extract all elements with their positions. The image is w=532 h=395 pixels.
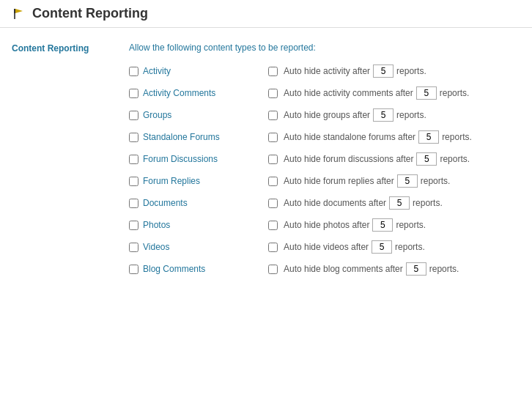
suffix-groups: reports. <box>396 110 426 120</box>
auto-hide-count-blog-comments[interactable] <box>406 262 426 276</box>
auto-hide-count-activity[interactable] <box>373 64 394 78</box>
content-type-row: Documents Auto hide documents after repo… <box>129 196 520 210</box>
label-blog-comments[interactable]: Blog Comments <box>143 264 205 274</box>
checkbox-documents[interactable] <box>129 199 138 208</box>
svg-marker-1 <box>15 9 23 13</box>
right-col-videos: Auto hide videos after reports. <box>268 240 425 254</box>
auto-hide-checkbox-blog-comments[interactable] <box>268 265 278 274</box>
content-type-row: Forum Replies Auto hide forum replies af… <box>129 174 520 188</box>
auto-hide-checkbox-groups[interactable] <box>268 111 278 120</box>
auto-hide-count-documents[interactable] <box>389 196 410 210</box>
auto-hide-count-photos[interactable] <box>372 218 393 232</box>
content-type-row: Photos Auto hide photos after reports. <box>129 218 520 232</box>
suffix-standalone-forums: reports. <box>442 132 472 142</box>
content-type-row: Forum Discussions Auto hide forum discus… <box>129 152 520 166</box>
auto-hide-label-activity-comments: Auto hide activity comments after <box>284 88 413 98</box>
left-col-activity-comments: Activity Comments <box>129 88 268 98</box>
checkbox-groups[interactable] <box>129 111 138 120</box>
auto-hide-count-groups[interactable] <box>373 108 394 122</box>
auto-hide-count-standalone-forums[interactable] <box>418 130 439 144</box>
left-col-forum-discussions: Forum Discussions <box>129 154 268 164</box>
label-forum-replies[interactable]: Forum Replies <box>143 176 200 186</box>
section-description: Allow the following content types to be … <box>129 43 520 53</box>
sidebar-label: Content Reporting <box>12 43 89 53</box>
flag-icon <box>12 7 25 21</box>
auto-hide-label-forum-replies: Auto hide forum replies after <box>284 176 394 186</box>
auto-hide-count-forum-replies[interactable] <box>397 174 418 188</box>
checkbox-standalone-forums[interactable] <box>129 133 138 142</box>
auto-hide-count-videos[interactable] <box>372 240 392 254</box>
label-forum-discussions[interactable]: Forum Discussions <box>143 154 218 164</box>
right-col-documents: Auto hide documents after reports. <box>268 196 443 210</box>
suffix-activity: reports. <box>396 66 426 76</box>
auto-hide-count-forum-discussions[interactable] <box>416 152 437 166</box>
auto-hide-label-standalone-forums: Auto hide standalone forums after <box>284 132 415 142</box>
checkbox-activity-comments[interactable] <box>129 89 138 98</box>
auto-hide-label-groups: Auto hide groups after <box>284 110 370 120</box>
suffix-photos: reports. <box>396 220 426 230</box>
auto-hide-label-photos: Auto hide photos after <box>284 220 369 230</box>
suffix-documents: reports. <box>413 198 443 208</box>
left-col-standalone-forums: Standalone Forums <box>129 132 268 142</box>
auto-hide-label-documents: Auto hide documents after <box>284 198 386 208</box>
auto-hide-label-videos: Auto hide videos after <box>284 242 369 252</box>
auto-hide-checkbox-activity-comments[interactable] <box>268 89 278 98</box>
auto-hide-checkbox-photos[interactable] <box>268 221 278 230</box>
label-documents[interactable]: Documents <box>143 198 188 208</box>
content-types-list: Activity Auto hide activity after report… <box>129 64 520 276</box>
label-groups[interactable]: Groups <box>143 110 171 120</box>
svg-marker-2 <box>14 9 15 13</box>
content-type-row: Videos Auto hide videos after reports. <box>129 240 520 254</box>
checkbox-photos[interactable] <box>129 221 138 230</box>
left-col-documents: Documents <box>129 198 268 208</box>
auto-hide-label-forum-discussions: Auto hide forum discussions after <box>284 154 413 164</box>
suffix-videos: reports. <box>395 242 425 252</box>
content-type-row: Activity Comments Auto hide activity com… <box>129 86 520 100</box>
label-photos[interactable]: Photos <box>143 220 170 230</box>
checkbox-blog-comments[interactable] <box>129 265 138 274</box>
right-col-groups: Auto hide groups after reports. <box>268 108 426 122</box>
content-type-row: Activity Auto hide activity after report… <box>129 64 520 78</box>
checkbox-activity[interactable] <box>129 67 138 76</box>
suffix-forum-discussions: reports. <box>440 154 470 164</box>
right-col-photos: Auto hide photos after reports. <box>268 218 426 232</box>
sidebar: Content Reporting <box>12 43 114 284</box>
auto-hide-checkbox-forum-replies[interactable] <box>268 177 278 186</box>
right-col-activity-comments: Auto hide activity comments after report… <box>268 86 469 100</box>
page-header: Content Reporting <box>0 0 532 28</box>
content-type-row: Groups Auto hide groups after reports. <box>129 108 520 122</box>
right-col-standalone-forums: Auto hide standalone forums after report… <box>268 130 472 144</box>
label-activity[interactable]: Activity <box>143 66 171 76</box>
content-type-row: Blog Comments Auto hide blog comments af… <box>129 262 520 276</box>
auto-hide-label-activity: Auto hide activity after <box>284 66 370 76</box>
right-col-blog-comments: Auto hide blog comments after reports. <box>268 262 459 276</box>
suffix-forum-replies: reports. <box>421 176 451 186</box>
main-content: Content Reporting Allow the following co… <box>0 28 532 299</box>
auto-hide-checkbox-videos[interactable] <box>268 243 278 252</box>
left-col-photos: Photos <box>129 220 268 230</box>
checkbox-forum-discussions[interactable] <box>129 155 138 164</box>
auto-hide-checkbox-forum-discussions[interactable] <box>268 155 278 164</box>
page-title: Content Reporting <box>32 6 148 21</box>
auto-hide-checkbox-activity[interactable] <box>268 67 278 76</box>
checkbox-videos[interactable] <box>129 243 138 252</box>
label-activity-comments[interactable]: Activity Comments <box>143 88 215 98</box>
label-standalone-forums[interactable]: Standalone Forums <box>143 132 220 142</box>
label-videos[interactable]: Videos <box>143 242 169 252</box>
right-col-forum-discussions: Auto hide forum discussions after report… <box>268 152 470 166</box>
left-col-groups: Groups <box>129 110 268 120</box>
suffix-blog-comments: reports. <box>429 264 459 274</box>
right-col-forum-replies: Auto hide forum replies after reports. <box>268 174 450 188</box>
left-col-blog-comments: Blog Comments <box>129 264 268 274</box>
left-col-videos: Videos <box>129 242 268 252</box>
right-col-activity: Auto hide activity after reports. <box>268 64 426 78</box>
suffix-activity-comments: reports. <box>440 88 470 98</box>
auto-hide-count-activity-comments[interactable] <box>416 86 437 100</box>
checkbox-forum-replies[interactable] <box>129 177 138 186</box>
content-type-row: Standalone Forums Auto hide standalone f… <box>129 130 520 144</box>
left-col-forum-replies: Forum Replies <box>129 176 268 186</box>
auto-hide-label-blog-comments: Auto hide blog comments after <box>284 264 403 274</box>
auto-hide-checkbox-documents[interactable] <box>268 199 278 208</box>
content-area: Allow the following content types to be … <box>114 43 520 284</box>
auto-hide-checkbox-standalone-forums[interactable] <box>268 133 278 142</box>
